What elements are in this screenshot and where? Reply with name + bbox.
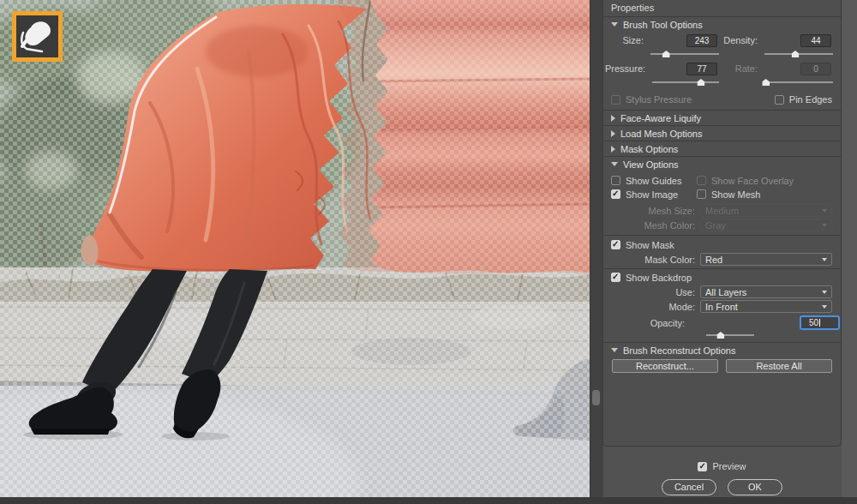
panel-title: Properties: [603, 0, 841, 17]
pressure-input[interactable]: 77: [686, 63, 717, 75]
chevron-down-icon: [822, 305, 827, 309]
dropdown-value: All Layers: [705, 287, 746, 297]
show-mask-checkbox[interactable]: [611, 240, 620, 249]
section-brush-tool-options[interactable]: Brush Tool Options: [603, 17, 841, 32]
opacity-input[interactable]: 50: [800, 316, 839, 329]
show-backdrop-row: Show Backdrop: [603, 271, 841, 284]
show-face-overlay-label: Show Face Overlay: [711, 176, 794, 186]
mask-color-row: Mask Color: Red: [603, 253, 832, 266]
preview-label: Preview: [712, 461, 746, 471]
slider-track: [652, 81, 719, 83]
freeze-mask-overlay: [334, 0, 590, 274]
pressure-slider[interactable]: [652, 78, 719, 87]
chevron-down-icon: [822, 258, 827, 261]
opacity-slider-thumb[interactable]: [716, 332, 724, 339]
section-label: Face-Aware Liquify: [620, 113, 701, 123]
use-label: Use:: [603, 287, 700, 297]
restore-all-button[interactable]: Restore All: [726, 359, 832, 373]
pin-edges-label: Pin Edges: [789, 94, 832, 105]
section-load-mesh-options[interactable]: Load Mesh Options: [603, 125, 841, 141]
brush-checkbox-row: Stylus Pressure Pin Edges: [603, 93, 841, 110]
size-slider[interactable]: [650, 50, 719, 58]
opacity-label: Opacity:: [603, 318, 685, 328]
separator: [603, 235, 841, 236]
show-mask-label: Show Mask: [626, 240, 674, 250]
density-slider[interactable]: [764, 50, 833, 58]
mesh-color-dropdown: Gray: [700, 219, 832, 231]
collapse-triangle-icon: [611, 162, 618, 166]
pressure-label: Pressure:: [605, 63, 652, 87]
show-guides-label: Show Guides: [626, 176, 681, 186]
use-row: Use: All Layers: [603, 285, 832, 298]
view-row-1: Show Guides Show Face Overlay: [603, 174, 841, 187]
rate-slider[interactable]: [764, 78, 833, 87]
cancel-button[interactable]: Cancel: [662, 479, 716, 495]
stylus-pressure-label: Stylus Pressure: [626, 94, 692, 105]
section-label: Brush Reconstruct Options: [623, 345, 735, 356]
density-label: Density:: [719, 34, 764, 58]
text-caret: [819, 319, 820, 327]
show-mask-row: Show Mask: [603, 238, 841, 251]
mesh-size-row: Mesh Size: Medium: [603, 204, 832, 217]
dropdown-value: Gray: [705, 220, 726, 231]
rate-input: 0: [800, 63, 831, 75]
size-label: Size:: [605, 34, 650, 58]
density-slider-thumb[interactable]: [792, 51, 800, 57]
show-mesh-checkbox[interactable]: [697, 189, 706, 199]
mode-label: Mode:: [603, 302, 700, 312]
section-view-options[interactable]: View Options: [603, 156, 841, 171]
section-label: Load Mesh Options: [620, 129, 702, 139]
opacity-row: Opacity: 50: [603, 315, 841, 330]
slider-track: [650, 53, 719, 55]
preview-checkbox[interactable]: [698, 462, 707, 471]
show-face-overlay-checkbox: [697, 176, 706, 185]
tool-indicator[interactable]: [12, 11, 63, 62]
window-bottom-edge: [0, 497, 857, 504]
pressure-slider-thumb[interactable]: [697, 79, 704, 86]
show-backdrop-checkbox[interactable]: [611, 273, 620, 282]
mesh-color-label: Mesh Color:: [603, 220, 700, 231]
slider-track: [764, 81, 833, 83]
mode-row: Mode: In Front: [603, 300, 832, 313]
size-input[interactable]: 243: [686, 34, 717, 47]
section-label: Brush Tool Options: [623, 20, 703, 30]
mesh-color-row: Mesh Color: Gray: [603, 219, 832, 231]
mask-color-dropdown[interactable]: Red: [700, 253, 832, 266]
window-right-edge: [842, 0, 857, 497]
liquify-canvas[interactable]: [0, 0, 590, 497]
mesh-size-label: Mesh Size:: [603, 206, 700, 216]
brush-controls: Size: 243 Density: 44: [603, 32, 841, 93]
density-input[interactable]: 44: [800, 34, 831, 47]
collapse-triangle-icon: [611, 22, 618, 27]
rate-label: Rate:: [719, 63, 764, 87]
mesh-size-dropdown: Medium: [700, 204, 832, 217]
opacity-slider[interactable]: [706, 331, 754, 339]
dropdown-value: Red: [705, 255, 722, 265]
dropdown-value: Medium: [705, 206, 739, 216]
section-label: Mask Options: [620, 144, 678, 154]
mode-dropdown[interactable]: In Front: [700, 300, 832, 313]
panel-divider[interactable]: [590, 0, 603, 497]
section-mask-options[interactable]: Mask Options: [603, 141, 841, 156]
reconstruct-button[interactable]: Reconstruct...: [612, 359, 718, 373]
section-face-aware-liquify[interactable]: Face-Aware Liquify: [603, 110, 841, 125]
use-dropdown[interactable]: All Layers: [700, 285, 832, 298]
chevron-down-icon: [822, 209, 827, 213]
dialog-buttons: Cancel OK: [602, 479, 842, 495]
section-brush-reconstruct-options[interactable]: Brush Reconstruct Options: [603, 342, 841, 357]
show-guides-checkbox[interactable]: [611, 176, 620, 185]
size-slider-thumb[interactable]: [662, 51, 670, 57]
section-label: View Options: [623, 159, 679, 170]
canvas-art: [0, 0, 590, 497]
chevron-down-icon: [822, 224, 827, 227]
preview-row: Preview: [602, 461, 842, 471]
ok-button[interactable]: OK: [728, 479, 782, 495]
liquify-dialog: Properties Brush Tool Options Size: 243 …: [0, 0, 857, 504]
pin-edges-checkbox[interactable]: [775, 95, 784, 105]
collapse-triangle-icon: [611, 146, 615, 153]
stylus-pressure-checkbox: [611, 95, 620, 105]
chevron-down-icon: [822, 291, 827, 294]
show-image-checkbox[interactable]: [611, 189, 620, 199]
collapse-triangle-icon: [611, 130, 615, 137]
panel-divider-handle[interactable]: [592, 390, 600, 405]
